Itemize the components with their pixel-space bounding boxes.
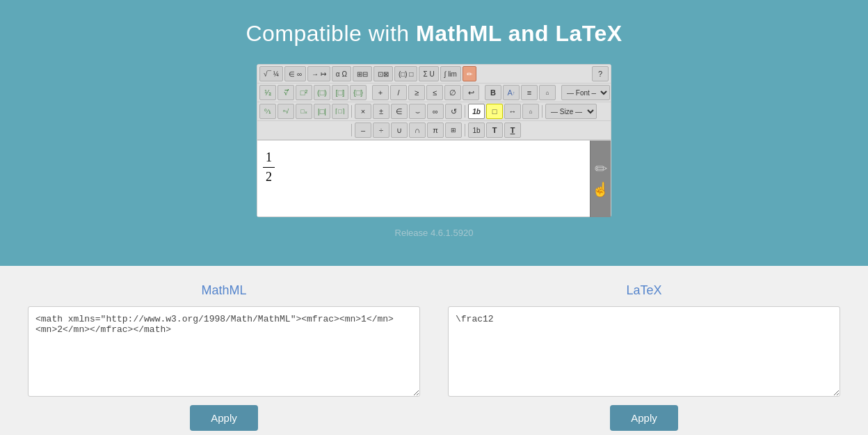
math-editor: √¯ ¼ ∈ ∞ → ↦ α Ω ⊞⊟ ⊡⊠ (□) □ Σ U ∫ lim ✏…	[257, 64, 611, 217]
mathml-title: MathML	[201, 283, 246, 298]
separator-7	[351, 124, 352, 136]
sqrt-btn[interactable]: √̅	[278, 85, 294, 100]
mathml-panel: MathML Apply	[28, 283, 420, 431]
tab-greek[interactable]: α Ω	[332, 66, 351, 81]
tab-layout2[interactable]: ⊡⊠	[373, 66, 393, 81]
plus-btn[interactable]: +	[372, 85, 389, 100]
abs-btn[interactable]: |□|	[314, 104, 330, 119]
parens-btn[interactable]: (□)	[314, 85, 330, 100]
tab-brackets[interactable]: (□) □	[394, 66, 418, 81]
page-title: Compatible with MathML and LaTeX	[14, 21, 854, 47]
union-btn[interactable]: ∪	[391, 122, 408, 138]
redo-btn[interactable]: ↺	[445, 104, 462, 119]
separator-4	[351, 105, 352, 118]
minus-btn[interactable]: –	[355, 122, 371, 138]
latex-panel: LaTeX Apply	[448, 283, 840, 431]
latex-textarea[interactable]	[448, 306, 840, 397]
undo-btn[interactable]: ↩	[463, 85, 479, 100]
slash-btn[interactable]: /	[390, 85, 407, 100]
tab-limits[interactable]: ∫ lim	[440, 66, 461, 81]
style1-btn[interactable]: 1b	[468, 104, 485, 119]
mathml-apply-button[interactable]: Apply	[190, 405, 258, 431]
separator-6	[542, 105, 542, 118]
ceil-btn[interactable]: ⌈□⌉	[332, 104, 348, 119]
fontsize-btn[interactable]: A↑	[503, 85, 520, 100]
curved-btn[interactable]: ⌣	[409, 104, 426, 119]
tab-sets[interactable]: ∈ ∞	[284, 66, 306, 81]
tab-arrows[interactable]: → ↦	[307, 66, 330, 81]
font-select[interactable]: — Font —	[561, 85, 610, 100]
brackets-btn[interactable]: [□]	[332, 85, 348, 100]
tab-fractions[interactable]: √¯ ¼	[259, 66, 283, 81]
arrows2-btn[interactable]: ↔	[504, 104, 521, 119]
toolbar-row-3: ⁰⁄₁ ⁿ√ □ₓ |□| ⌈□⌉ × ± ∈ ⌣ ∞ ↺ 1b □ ↔ ⌂ —…	[257, 102, 611, 121]
formula-btn[interactable]: ⌂	[539, 85, 556, 100]
toolbar-row-1: √¯ ¼ ∈ ∞ → ↦ α Ω ⊞⊟ ⊡⊠ (□) □ Σ U ∫ lim ✏…	[257, 65, 611, 84]
leq-btn[interactable]: ≤	[426, 85, 443, 100]
infty-btn[interactable]: ∞	[427, 104, 444, 119]
separator-5	[465, 105, 465, 118]
frac2-btn[interactable]: ⁰⁄₁	[259, 104, 276, 119]
release-label: Release 4.6.1.5920	[14, 228, 854, 252]
toolbar-row-2: ¹⁄₂ √̅ □² (□) [□] {□} + / ≥ ≤ ∅ ↩ B A↑ ≡…	[257, 84, 611, 102]
fraction-display: 1 2	[263, 150, 275, 186]
fraction-btn[interactable]: ¹⁄₂	[259, 85, 276, 100]
text-btn[interactable]: T	[486, 122, 503, 138]
handwrite-toggle[interactable]: ✏ ☝	[590, 141, 611, 217]
latex-title: LaTeX	[626, 283, 661, 298]
style2-btn[interactable]: 1b	[468, 122, 485, 138]
toolbar: √¯ ¼ ∈ ∞ → ↦ α Ω ⊞⊟ ⊡⊠ (□) □ Σ U ∫ lim ✏…	[257, 65, 611, 140]
elem-btn[interactable]: ∈	[391, 104, 408, 119]
tab-large-ops[interactable]: Σ U	[419, 66, 438, 81]
textunderline-btn[interactable]: T	[504, 122, 521, 138]
fraction-numerator: 1	[263, 150, 275, 168]
nthroot-btn[interactable]: ⁿ√	[278, 104, 294, 119]
size-select[interactable]: — Size —	[545, 104, 597, 119]
pi-btn[interactable]: π	[427, 122, 444, 138]
pm-btn[interactable]: ±	[373, 104, 389, 119]
power-btn[interactable]: □²	[296, 85, 312, 100]
box-btn[interactable]: □	[486, 104, 503, 119]
cursor-icon: ☝	[592, 181, 609, 198]
formula2-btn[interactable]: ⌂	[522, 104, 539, 119]
title-prefix: Compatible with	[246, 21, 416, 46]
toolbar-row-4: – ÷ ∪ ∩ π ⊞ 1b T T	[257, 121, 611, 139]
tab-layout1[interactable]: ⊞⊟	[353, 66, 372, 81]
braces-btn[interactable]: {□}	[350, 85, 367, 100]
fraction-denominator: 2	[263, 168, 275, 185]
intersect-btn[interactable]: ∩	[409, 122, 426, 138]
top-section: Compatible with MathML and LaTeX √¯ ¼ ∈ …	[0, 0, 868, 266]
help-button[interactable]: ?	[592, 66, 609, 81]
geq-btn[interactable]: ≥	[408, 85, 425, 100]
math-display-area[interactable]: 1 2 ✏ ☝	[257, 140, 611, 216]
separator-8	[465, 124, 465, 136]
empty-set-btn[interactable]: ∅	[444, 85, 461, 100]
title-bold: MathML and LaTeX	[416, 21, 622, 46]
overline-btn[interactable]: ≡	[521, 85, 538, 100]
mathml-textarea[interactable]	[28, 306, 420, 397]
subscript-btn[interactable]: □ₓ	[296, 104, 312, 119]
times-btn[interactable]: ×	[355, 104, 371, 119]
bottom-section: MathML Apply LaTeX Apply	[0, 266, 868, 435]
copyformat-btn[interactable]: ⊞	[445, 122, 462, 138]
bold-btn[interactable]: B	[485, 85, 501, 100]
div-btn[interactable]: ÷	[373, 122, 389, 138]
latex-apply-button[interactable]: Apply	[610, 405, 678, 431]
tab-handwrite[interactable]: ✏	[463, 66, 476, 81]
